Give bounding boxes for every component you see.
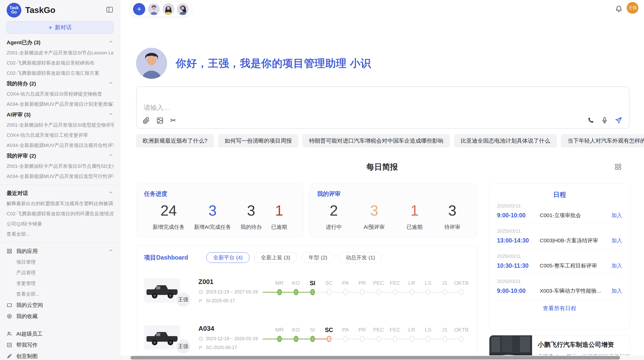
team-avatars-bar: + [130,2,192,17]
sidebar-task-item[interactable]: C02-飞腾新能源轻客改款项目立项汇报方案 [7,68,113,78]
milestone-node: PEC [370,280,387,301]
layout-grid-icon[interactable] [614,163,622,171]
image-icon[interactable] [156,117,164,124]
project-row[interactable]: 王强 Z001 2023-12-19 ~ 2027-01-19 [144,272,470,310]
section-header[interactable]: Agent已办 (3) [7,37,113,48]
join-link[interactable]: 加入 [611,262,622,269]
chevron-up-icon[interactable] [108,190,113,197]
clock-icon [198,290,203,294]
my-apps-header[interactable]: 我的应用 [7,246,113,257]
stat-value: 2 [326,202,342,219]
collapse-sidebar-icon[interactable] [106,6,113,14]
milestone-node: J1 [436,327,453,348]
favorites-label: 我的收藏 [16,313,38,320]
milestone-node: SC [321,327,337,348]
milestone-node: PEC [370,327,387,348]
sidebar-task-item[interactable]: C0X4-动力总成开发项目工程变更评审 [7,130,113,140]
sidebar-item-help-write[interactable]: 帮我写作 [7,339,113,351]
sidebar-task-item[interactable]: Z001-全新燃油皮卡产品开发项目SI节点Lesson Learn报告 [7,48,113,58]
recent-chat-item[interactable]: 解释最新出台的欧盟报废车法规再生塑料比例被调至15%... [7,199,113,209]
schedule-entry: 2025/03/11 10:30-11:30 C005-整车工程目标评审 加入 [497,249,622,274]
dashboard-tab[interactable]: 全新上装 (3) [254,252,297,263]
milestone-node: PR [354,327,370,348]
sidebar-task-item[interactable]: C02-飞腾新能源轻客改款项目里程碑画布 [7,58,113,68]
clock-icon [198,336,203,341]
project-dates: 2023-12-19 ~ 2027-01-19 [206,289,258,295]
milestone-node: LS [420,327,436,348]
milestone-label: OKTB [453,327,470,335]
app-item[interactable]: 产品管理 [7,267,113,278]
phone-icon[interactable] [587,117,594,124]
suggestion-chip[interactable]: 欧洲新规最近颁布了什么? [136,134,214,147]
join-link[interactable]: 加入 [611,212,622,219]
member-avatar[interactable] [163,3,174,15]
schedule-event-title: C005-整车工程目标评审 [540,262,611,269]
member-avatar[interactable] [148,3,160,15]
schedule-time: 13:00-14:30 [497,237,540,244]
scrollbar-thumb[interactable] [130,356,620,359]
mic-icon[interactable] [601,117,608,124]
sidebar-item-ai-super-staff[interactable]: AI超级员工 [7,328,113,339]
recent-chats-header[interactable]: 最近对话 [7,188,113,199]
chevron-up-icon[interactable] [108,39,113,46]
chevron-up-icon[interactable] [108,248,113,254]
schedule-time: 9:00-10:00 [497,212,540,219]
schedule-date: 2025/03/11 [497,279,622,284]
milestone-node: PA [337,327,354,348]
view-all-schedule-link[interactable]: 查看所有日程 [497,299,622,312]
notification-bell-icon[interactable] [615,5,623,14]
join-link[interactable]: 加入 [611,287,622,294]
scissors-icon[interactable]: ✂ [170,117,176,124]
section-header[interactable]: 我的待办 (2) [7,78,113,89]
sidebar-task-item[interactable]: Z001-全新燃油轻卡产品开发项目SI造型提交物评审 [7,120,113,130]
new-chat-label: 新对话 [55,24,72,31]
sidebar-task-item[interactable]: A034-全新新能源MUV产品开发项目造型可行性评审 [7,171,113,182]
project-owner-chip: 王强 [175,291,191,308]
chevron-up-icon[interactable] [108,112,113,118]
milestone-label: SI [304,327,321,335]
stat-label: 待评审 [444,223,460,231]
chevron-up-icon[interactable] [108,81,113,87]
sidebar-task-item[interactable]: A034-全新新能源MUV产品开发项目计划变更类编写 [7,99,113,109]
milestone-label: PR [354,280,370,289]
milestone-label: J1 [436,327,453,335]
cloud-box-icon [7,302,13,308]
suggestion-chip[interactable]: 当下年轻人对汽车外观有怎样的喜好趋势 [561,134,644,147]
sidebar-item-cloud-space[interactable]: 我的云空间 [7,299,113,311]
recent-chat-item[interactable]: C02-飞腾新能源轻客改款项目的闭环通告反馈情况 [7,209,113,219]
divider [0,185,120,185]
attachment-icon[interactable] [143,117,150,124]
member-avatar[interactable] [177,3,189,15]
section-header[interactable]: AI评审 (3) [7,109,113,120]
sidebar-task-item[interactable]: C0X4-动力总成开发项目SI里程碑提交物检查 [7,89,113,99]
stat-card: 任务进度 24 新增完成任务 3 新增AI完成任务 [136,184,304,237]
sidebar-item-favorites[interactable]: 我的收藏 [7,311,113,322]
recent-chat-item[interactable]: 公司Q3轻卡销量 [7,219,113,229]
sidebar-task-item[interactable]: Z001-全新燃油轻卡产品开发项目SI节点属性5D文件评审 [7,161,113,171]
sidebar-item-creative-drawing[interactable]: 创意制图 [7,351,113,360]
new-chat-button[interactable]: + 新对话 [7,21,113,34]
sidebar-task-item[interactable]: A034-全新新能源MUV产品开发项目法规符合性评审 [7,140,113,151]
chevron-up-icon[interactable] [108,153,113,159]
milestone-node: OKTB [453,280,470,301]
app-item[interactable]: 变更管理 [7,278,113,289]
dashboard-tab[interactable]: 全新平台 (4) [206,252,250,263]
user-avatar[interactable]: 王强 [627,2,638,14]
chat-composer[interactable]: 请输入... ✂ [136,86,630,129]
dashboard-tab[interactable]: 动总开发 (1) [339,252,382,263]
dashboard-tab[interactable]: 年型 (2) [302,252,334,263]
app-item[interactable]: 查看全部... [7,289,113,299]
suggestion-chip[interactable]: 如何写一份清晰的项目周报 [218,134,298,147]
send-icon[interactable] [615,116,622,124]
add-member-button[interactable]: + [133,3,145,15]
suggestion-chip[interactable]: 特朗普可能对进口汽车增税会对中国车企造成哪些影响 [302,134,450,147]
help-write-label: 帮我写作 [16,341,38,349]
daily-briefing-title: 每日简报 [120,162,644,172]
section-header[interactable]: 我的评审 (2) [7,151,113,161]
app-item[interactable]: 项目管理 [7,257,113,267]
project-row[interactable]: 王强 A034 2023-12-19 ~ 2026-01-19 [144,318,470,356]
stat-value: 3 [364,202,385,219]
join-link[interactable]: 加入 [611,237,622,244]
recent-chat-item[interactable]: 查看全部... [7,229,113,239]
suggestion-chip[interactable]: 比亚迪全固态电池计划具体说了什么 [454,134,557,147]
